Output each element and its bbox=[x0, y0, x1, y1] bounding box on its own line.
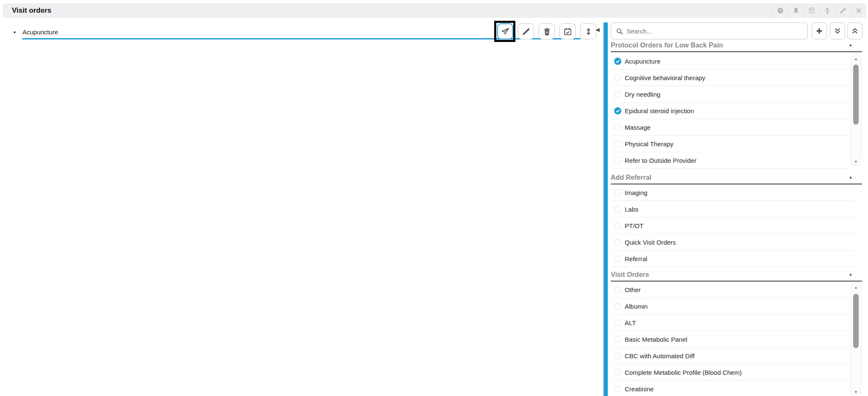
edit-order-button[interactable] bbox=[518, 23, 534, 39]
check-circle-icon bbox=[614, 352, 621, 360]
window-titlebar: Visit orders ? bbox=[3, 3, 866, 18]
order-list-item[interactable]: Albumin bbox=[611, 298, 848, 315]
bookmark-icon[interactable] bbox=[788, 3, 804, 18]
check-circle-icon bbox=[614, 222, 621, 229]
scrollbar-track[interactable]: ▲ ▼ bbox=[851, 55, 861, 166]
check-circle-icon bbox=[614, 385, 621, 393]
visit-order-label: Acupuncture bbox=[22, 28, 58, 36]
close-icon[interactable] bbox=[851, 3, 866, 18]
order-item-label: CBC with Automated Diff bbox=[625, 352, 695, 360]
scrollbar-track[interactable]: ▲ ▼ bbox=[851, 283, 861, 396]
order-item-label: Creatinine bbox=[625, 385, 654, 393]
scroll-down-icon[interactable]: ▼ bbox=[851, 390, 861, 394]
check-circle-icon bbox=[614, 124, 621, 131]
order-list-item[interactable]: Refer to Outside Provider bbox=[611, 152, 848, 169]
bullet-icon: • bbox=[14, 28, 19, 36]
check-circle-icon bbox=[614, 303, 621, 310]
panel-collapse-handle[interactable]: ◀ bbox=[593, 24, 603, 35]
order-list-item[interactable]: Massage bbox=[611, 119, 848, 136]
check-circle-icon bbox=[614, 157, 621, 164]
collapse-all-button[interactable] bbox=[847, 22, 862, 39]
check-circle-icon bbox=[614, 107, 621, 114]
notebook-icon[interactable] bbox=[804, 3, 819, 18]
order-list-item[interactable]: ALT bbox=[611, 315, 848, 331]
send-order-button[interactable] bbox=[497, 23, 513, 39]
order-list-item[interactable]: Cognitive behavioral therapy bbox=[611, 70, 848, 86]
check-circle-icon bbox=[614, 206, 621, 213]
check-circle-icon bbox=[614, 369, 621, 376]
order-list-item[interactable]: Dry needling bbox=[611, 86, 848, 103]
order-item-label: ALT bbox=[625, 319, 636, 326]
section-list-protocol-orders: Acupuncture Cognitive behavioral therapy… bbox=[611, 53, 848, 169]
order-list-item[interactable]: Labs bbox=[611, 201, 855, 218]
order-item-label: PT/OT bbox=[625, 222, 643, 229]
check-circle-icon bbox=[614, 189, 621, 196]
order-row-toolbar bbox=[497, 23, 601, 39]
scrollbar-thumb[interactable] bbox=[853, 294, 859, 348]
order-picker-panel: Protocol Orders for Low Back Pain ▲ Acup… bbox=[611, 22, 863, 396]
order-item-label: Albumin bbox=[625, 303, 648, 310]
section-header-protocol-orders: Protocol Orders for Low Back Pain ▲ bbox=[611, 39, 862, 52]
expand-all-button[interactable] bbox=[830, 22, 845, 39]
edit-icon[interactable] bbox=[835, 3, 851, 18]
order-list-item[interactable]: Referral bbox=[611, 251, 855, 267]
section-list-add-referral: Imaging Labs PT/OT Quick Visit Orders Re… bbox=[611, 184, 855, 267]
help-icon[interactable]: ? bbox=[772, 3, 788, 18]
check-circle-icon bbox=[614, 91, 621, 98]
section-title: Visit Orders bbox=[611, 271, 649, 279]
order-item-label: Physical Therapy bbox=[625, 140, 673, 148]
section-header-add-referral: Add Referral ▲ bbox=[611, 172, 862, 184]
order-list-item[interactable]: Creatinine bbox=[611, 381, 848, 396]
order-list-item[interactable]: Other bbox=[611, 282, 848, 298]
scroll-up-icon[interactable]: ▲ bbox=[851, 285, 861, 290]
order-item-label: Refer to Outside Provider bbox=[625, 157, 696, 164]
section-title: Add Referral bbox=[611, 174, 651, 181]
add-order-button[interactable] bbox=[812, 22, 827, 39]
order-item-label: Basic Metabolic Panel bbox=[625, 336, 687, 343]
check-circle-icon bbox=[614, 336, 621, 343]
order-list-item[interactable]: Quick Visit Orders bbox=[611, 234, 855, 251]
order-item-label: Quick Visit Orders bbox=[625, 239, 676, 246]
check-circle-icon bbox=[614, 58, 621, 65]
order-item-label: Cognitive behavioral therapy bbox=[625, 74, 705, 81]
check-circle-icon bbox=[614, 255, 621, 262]
delete-order-button[interactable] bbox=[539, 23, 555, 39]
order-item-label: Acupuncture bbox=[625, 58, 660, 65]
search-box[interactable] bbox=[611, 22, 808, 39]
order-list-item[interactable]: Basic Metabolic Panel bbox=[611, 331, 848, 348]
order-list-item[interactable]: PT/OT bbox=[611, 218, 855, 234]
order-list-item[interactable]: Imaging bbox=[611, 184, 855, 201]
collapse-caret-icon[interactable]: ▲ bbox=[849, 42, 853, 47]
check-circle-icon bbox=[614, 319, 621, 326]
page-title: Visit orders bbox=[3, 6, 51, 15]
check-circle-icon bbox=[614, 286, 621, 293]
check-circle-icon bbox=[614, 239, 621, 246]
search-input[interactable] bbox=[626, 28, 807, 35]
order-item-label: Massage bbox=[625, 124, 651, 131]
search-row bbox=[611, 22, 863, 39]
check-circle-icon bbox=[614, 140, 621, 148]
collapse-caret-icon[interactable]: ▲ bbox=[849, 175, 853, 179]
order-list-item[interactable]: Complete Metabolic Profile (Blood Chem) bbox=[611, 364, 848, 381]
visit-order-row[interactable]: • Acupuncture bbox=[14, 26, 58, 37]
order-item-label: Epidural steroid injection bbox=[625, 107, 694, 114]
order-item-label: Labs bbox=[625, 206, 639, 213]
collapse-caret-icon[interactable]: ▲ bbox=[849, 272, 853, 276]
order-list-item[interactable]: Physical Therapy bbox=[611, 136, 848, 152]
section-list-visit-orders: Other Albumin ALT Basic Metabolic Panel … bbox=[611, 282, 848, 396]
order-list-item[interactable]: CBC with Automated Diff bbox=[611, 348, 848, 364]
order-list-item[interactable]: Acupuncture bbox=[611, 53, 848, 70]
order-list-item[interactable]: Epidural steroid injection bbox=[611, 103, 848, 119]
svg-text:?: ? bbox=[779, 8, 782, 13]
order-item-label: Complete Metabolic Profile (Blood Chem) bbox=[625, 369, 742, 376]
scrollbar-thumb[interactable] bbox=[853, 64, 859, 125]
titlebar-icon-group: ? bbox=[772, 3, 866, 18]
scroll-up-icon[interactable]: ▲ bbox=[851, 56, 861, 61]
schedule-order-button[interactable] bbox=[559, 23, 576, 39]
panel-divider-bar bbox=[604, 22, 608, 396]
microphone-icon[interactable] bbox=[819, 3, 835, 18]
order-item-label: Referral bbox=[625, 255, 647, 262]
scroll-down-icon[interactable]: ▼ bbox=[851, 159, 861, 164]
section-header-visit-orders: Visit Orders ▲ bbox=[611, 269, 862, 282]
order-item-label: Dry needling bbox=[625, 91, 660, 98]
